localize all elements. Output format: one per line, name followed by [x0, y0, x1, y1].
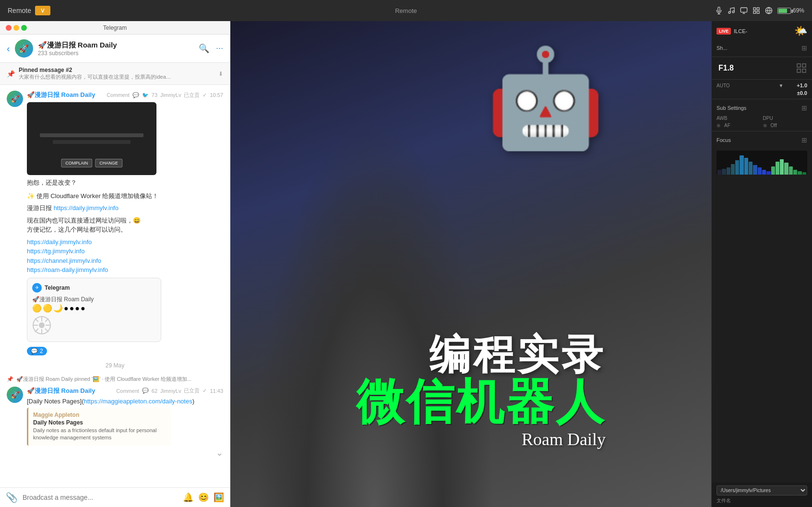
msg2-comment: Comment — [116, 388, 139, 394]
reaction-emoji: 💬 — [31, 348, 38, 354]
message-input[interactable] — [23, 494, 178, 501]
window-minimize-btn[interactable] — [13, 25, 19, 31]
af-icon: ⊕ — [716, 123, 720, 128]
msg1-text1: ✨ 使用 Cloudflare Worker 给频道增加镜像站！ — [27, 191, 223, 201]
msg2-status: 已立贡 — [184, 387, 200, 394]
more-icon[interactable]: ··· — [216, 43, 223, 54]
msg1-time: 10:57 — [210, 92, 223, 98]
af-label: AF — [724, 123, 761, 128]
link4[interactable]: https://roam-daily.jimmylv.info — [27, 266, 108, 273]
msg2-user: JimmyLv — [160, 388, 181, 394]
window-maximize-btn[interactable] — [21, 25, 27, 31]
msg2-body: 🚀漫游日报 Roam Daily Comment 💬 62 JimmyLv 已立… — [27, 387, 223, 458]
preview-site: Maggie Appleton — [33, 412, 166, 418]
sun-icon: 🌤️ — [794, 25, 807, 37]
link2[interactable]: https://tg.jimmylv.info — [27, 248, 84, 255]
svg-point-14 — [39, 322, 45, 328]
wheel-icon — [32, 316, 51, 335]
awb-label: AWB — [716, 116, 761, 121]
search-icon[interactable]: 🔍 — [199, 43, 209, 54]
svg-point-2 — [728, 12, 730, 13]
hist-bar-11 — [762, 170, 766, 175]
msg1-body: 🚀漫游日报 Roam Daily Comment 💬 🐦 73 JimmyLv … — [27, 91, 223, 188]
msg2-header: 🚀漫游日报 Roam Daily Comment 💬 62 JimmyLv 已立… — [27, 387, 223, 395]
tg-preview-header: ✈ Telegram — [32, 283, 156, 293]
msg1-sender: 🚀漫游日报 Roam Daily — [27, 91, 95, 99]
off-label: Off — [771, 123, 808, 128]
svg-rect-10 — [757, 11, 759, 13]
cam-path-select[interactable]: /Users/jimmylv/Pictures — [716, 485, 807, 495]
msg1-avatar: 🚀 — [7, 91, 23, 107]
cam-grid-icon[interactable]: ⊞ — [801, 44, 807, 52]
complain-button[interactable]: COMPLAIN — [61, 159, 92, 167]
msg2-time: 11:43 — [210, 388, 223, 394]
preview-desc: Daily notes as a frictionless default in… — [33, 427, 166, 442]
msg1-channel-link: 漫游日报 https://daily.jimmylv.info — [27, 203, 223, 213]
remote-label: Remote — [0, 7, 31, 14]
cam-show-section: Sh... ⊞ — [712, 41, 812, 55]
svg-rect-4 — [740, 8, 747, 12]
tg-preview-channel: 🚀漫游日报 Roam Daily — [32, 295, 156, 304]
camera-name: ILCE- — [734, 28, 791, 34]
pin-icon: 📌 — [7, 70, 15, 78]
hist-bar-18 — [793, 170, 797, 175]
channel-avatar: 🚀 — [15, 39, 33, 58]
sub-settings-icon[interactable]: ⊞ — [801, 104, 807, 112]
telegram-panel: Telegram ‹ 🚀 🚀漫游日报 Roam Daily 233 subscr… — [0, 21, 230, 507]
pm-row: ±0.0 — [712, 89, 812, 97]
hist-bar-16 — [784, 163, 788, 175]
screen-icon — [740, 7, 748, 14]
awb-row: AWB DPU — [712, 115, 812, 122]
battery-indicator: 69% — [777, 7, 804, 14]
msg1-link-main[interactable]: https://daily.jimmylv.info — [54, 204, 119, 212]
focus-icon[interactable]: ⊞ — [801, 136, 807, 144]
hist-bar-2 — [722, 169, 726, 175]
telegram-window-title: Telegram — [103, 24, 127, 31]
window-close-btn[interactable] — [6, 25, 12, 31]
pinned-notice: 📌 🚀漫游日报 Roam Daily pinned '🖼️' · 使用 Clou… — [0, 374, 230, 385]
link3[interactable]: https://channel.jimmylv.info — [27, 257, 101, 264]
msg2-link[interactable]: https://maggieappleton.com/daily-notes — [84, 398, 192, 405]
reaction-bubble[interactable]: 💬 2 — [27, 347, 47, 355]
video-embed[interactable]: COMPLAIN CHANGE — [27, 102, 156, 175]
svg-line-22 — [35, 329, 38, 332]
reaction-count: 2 — [40, 348, 43, 354]
attach-icon[interactable]: 📎 — [6, 492, 18, 503]
msg2-views: 62 — [152, 388, 157, 394]
globe-icon — [765, 7, 773, 14]
change-button[interactable]: CHANGE — [95, 159, 122, 167]
off-icon: ⊗ — [763, 123, 767, 128]
msg1-user: JimmyLv — [160, 92, 181, 98]
svg-rect-23 — [797, 64, 800, 67]
back-button[interactable]: ‹ — [7, 43, 10, 54]
robot-emoji-overlay: 🤖 — [486, 50, 606, 146]
pinned-notice-text: 🚀漫游日报 Roam Daily pinned '🖼️' · 使用 Cloudf… — [16, 376, 191, 383]
histogram-bars — [716, 151, 807, 175]
hist-bar-19 — [798, 171, 801, 175]
svg-line-21 — [45, 318, 48, 322]
msg1-comment: Comment — [107, 92, 130, 98]
hist-bar-4 — [731, 164, 735, 175]
expand-chevron-icon[interactable]: ⌄ — [27, 448, 223, 458]
pinned-text: Pinned message #2 大家有什么想看的视频内容，可以直接在这里提，… — [19, 67, 215, 81]
music-icon — [728, 7, 735, 14]
bell-icon[interactable]: 🔔 — [183, 492, 193, 503]
grid-icon-cam[interactable] — [796, 62, 807, 74]
photo-icon[interactable]: 🖼️ — [214, 492, 224, 503]
tg-preview-wheel — [32, 316, 156, 337]
pinned-message-bar[interactable]: 📌 Pinned message #2 大家有什么想看的视频内容，可以直接在这里… — [0, 63, 230, 85]
msg1-caption: 抱怨，还是改变？ — [27, 178, 223, 188]
overlay-brand: Roam Daily — [356, 429, 606, 449]
link1[interactable]: https://daily.jimmylv.info — [27, 238, 92, 246]
msg1-status: 已立贡 — [184, 92, 200, 99]
msg2-text: [Daily Notes Pages](https://maggieapplet… — [27, 397, 223, 406]
emoji-icon[interactable]: 😊 — [198, 492, 209, 503]
overlay-subtitle: 微信机器人 — [356, 377, 606, 425]
chat-messages[interactable]: 🚀 🚀漫游日报 Roam Daily Comment 💬 🐦 73 JimmyL… — [0, 85, 230, 487]
auto-dropdown-icon[interactable]: ▼ — [778, 83, 783, 88]
hist-bar-7 — [744, 158, 748, 175]
battery-bar — [777, 8, 791, 14]
video-bar2 — [53, 140, 131, 144]
svg-rect-8 — [757, 8, 759, 10]
pinned-notice-icon: 📌 — [7, 376, 13, 382]
